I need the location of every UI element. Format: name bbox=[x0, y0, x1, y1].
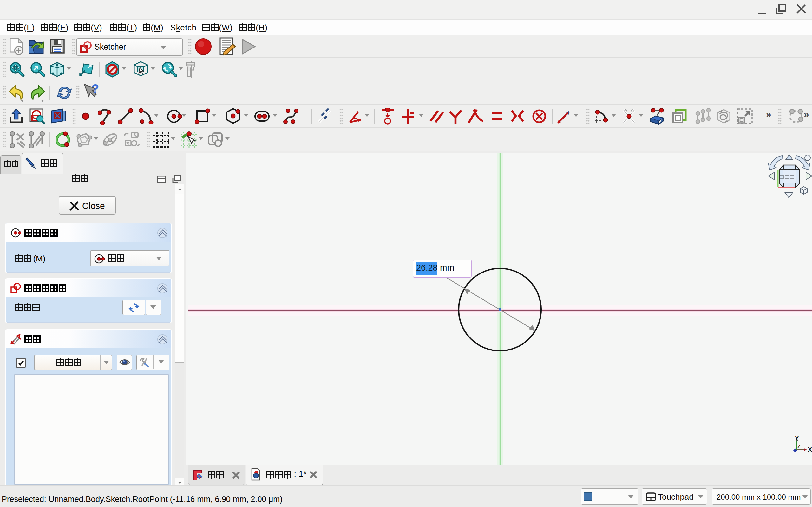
svg-text:X: X bbox=[808, 446, 812, 453]
svg-text:Y: Y bbox=[795, 435, 799, 441]
svg-text:?: ? bbox=[91, 83, 99, 96]
svg-text:Z: Z bbox=[798, 444, 801, 449]
